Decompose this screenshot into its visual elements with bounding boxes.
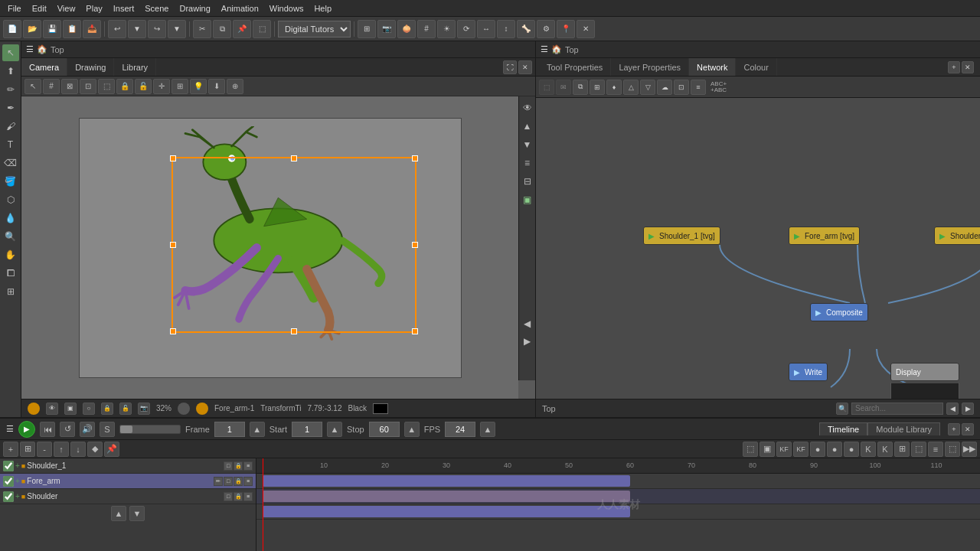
menu-windows[interactable]: Windows bbox=[265, 2, 309, 15]
net-tb-4[interactable]: ⊞ bbox=[590, 80, 605, 95]
layer3-icon[interactable]: ≡ bbox=[519, 155, 536, 171]
save-button[interactable]: 💾 bbox=[43, 20, 61, 38]
scroll-left[interactable]: ◀ bbox=[518, 315, 535, 332]
l2-btn1[interactable]: ✏ bbox=[214, 477, 223, 486]
layer-scroll-down[interactable]: ▼ bbox=[129, 506, 145, 521]
l1-btn3[interactable]: ≡ bbox=[243, 461, 253, 471]
sound-btn[interactable]: 🔊 bbox=[80, 422, 95, 437]
flip-h-button[interactable]: ↔ bbox=[477, 20, 495, 38]
text-tool[interactable]: T bbox=[2, 136, 19, 153]
fps-spin[interactable]: ▲ bbox=[480, 422, 495, 437]
tl-rt-5[interactable]: ● bbox=[844, 442, 859, 457]
net-tb-8[interactable]: ☁ bbox=[657, 80, 672, 95]
brush-tool[interactable]: 🖌 bbox=[2, 118, 19, 135]
layer-expand-shoulder[interactable]: + bbox=[15, 492, 20, 500]
drawing-mode-icon[interactable] bbox=[178, 403, 190, 415]
frame-spin-up[interactable]: ▲ bbox=[250, 422, 265, 437]
play-button[interactable]: ▶ bbox=[18, 421, 35, 438]
vp-onion-btn[interactable]: ⊠ bbox=[61, 79, 78, 94]
tab-library[interactable]: Library bbox=[114, 58, 156, 76]
home-icon[interactable]: 🏠 bbox=[37, 44, 47, 54]
pencil-tool[interactable]: ✒ bbox=[2, 99, 19, 116]
rp-breadcrumb[interactable]: Top bbox=[565, 45, 579, 54]
l3-btn3[interactable]: ≡ bbox=[243, 492, 253, 501]
l2-btn3[interactable]: 🔒 bbox=[234, 477, 243, 486]
net-tb-9[interactable]: ⊡ bbox=[674, 80, 689, 95]
onion-button[interactable]: 🧅 bbox=[397, 20, 416, 38]
rp-next-btn[interactable]: ▶ bbox=[962, 403, 974, 415]
menu-play[interactable]: Play bbox=[81, 2, 106, 15]
menu-scene[interactable]: Scene bbox=[140, 2, 173, 15]
start-spin[interactable]: ▲ bbox=[327, 422, 342, 437]
hand-tool[interactable]: ✋ bbox=[2, 246, 19, 263]
record-btn[interactable]: S bbox=[100, 422, 115, 437]
redo-dropdown[interactable]: ▼ bbox=[168, 20, 186, 38]
l2-btn4[interactable]: ≡ bbox=[243, 477, 253, 486]
status-rect[interactable]: ▣ bbox=[64, 403, 77, 415]
menu-edit[interactable]: Edit bbox=[28, 2, 51, 15]
layer-expand-shoulder1[interactable]: + bbox=[15, 461, 20, 470]
paint-tool[interactable]: 🪣 bbox=[2, 173, 19, 190]
tab-tool-properties[interactable]: Tool Properties bbox=[539, 58, 611, 76]
rp-prev-btn[interactable]: ◀ bbox=[946, 403, 959, 415]
tl-rt-6[interactable]: K bbox=[861, 442, 876, 457]
node-display[interactable]: Display bbox=[890, 363, 959, 381]
network-canvas[interactable]: ▶ Shoulder_1 [tvg] ▶ Fore_arm [tvg] ▶ Sh… bbox=[536, 98, 980, 399]
menu-help[interactable]: Help bbox=[309, 2, 336, 15]
tl-rt-3[interactable]: ● bbox=[810, 442, 825, 457]
bone-button[interactable]: 🦴 bbox=[517, 20, 535, 38]
vp-magnet-btn[interactable]: ⬚ bbox=[98, 79, 115, 94]
vp-bone-btn[interactable]: ⊕ bbox=[227, 79, 243, 94]
layer-up-icon[interactable]: ▲ bbox=[519, 118, 536, 135]
select-tool[interactable]: ↖ bbox=[2, 44, 19, 61]
tab-timeline[interactable]: Timeline bbox=[819, 422, 867, 435]
color-icon[interactable]: ▣ bbox=[519, 191, 536, 208]
flip-v-button[interactable]: ↕ bbox=[497, 20, 515, 38]
node-shoulder[interactable]: ▶ Shoulder [tvg] bbox=[934, 227, 980, 245]
layer-scroll-up[interactable]: ▲ bbox=[111, 506, 126, 521]
track-shoulder[interactable] bbox=[256, 504, 980, 520]
tl-rt-10[interactable]: ≡ bbox=[928, 442, 943, 457]
group-tool[interactable]: ⊞ bbox=[2, 283, 19, 300]
node-forearm[interactable]: ▶ Fore_arm [tvg] bbox=[789, 227, 860, 245]
deselect-button[interactable]: ⬚ bbox=[253, 20, 271, 38]
layer-vis-shoulder[interactable] bbox=[3, 491, 14, 502]
net-tb-3[interactable]: ⧉ bbox=[573, 80, 588, 95]
shape-tool[interactable]: ⬡ bbox=[2, 191, 19, 208]
add-key-btn[interactable]: ◆ bbox=[87, 442, 103, 457]
loop-btn[interactable]: ↺ bbox=[60, 422, 75, 437]
preset-dropdown[interactable]: Digital Tutors bbox=[278, 21, 351, 37]
ik-button[interactable]: ⚙ bbox=[537, 20, 555, 38]
net-tb-6[interactable]: △ bbox=[623, 80, 639, 95]
track-forearm[interactable] bbox=[256, 489, 980, 504]
vp-light-btn[interactable]: 💡 bbox=[190, 79, 207, 94]
tl-rt-4[interactable]: ● bbox=[827, 442, 842, 457]
status-cam[interactable]: 📷 bbox=[138, 403, 150, 415]
tab-drawing[interactable]: Drawing bbox=[67, 58, 114, 76]
node-write[interactable]: ▶ Write bbox=[789, 363, 828, 381]
transform-button[interactable]: ⊞ bbox=[358, 20, 376, 38]
redo-button[interactable]: ↪ bbox=[148, 20, 166, 38]
contour-tool[interactable]: ✏ bbox=[2, 81, 19, 98]
rot-button[interactable]: ⟳ bbox=[457, 20, 475, 38]
transform3d-tool[interactable]: ⧠ bbox=[2, 265, 19, 282]
layer-row-forearm[interactable]: + ■ Fore_arm ✏ □ 🔒 ≡ bbox=[0, 474, 256, 489]
rp-close-btn[interactable]: ✕ bbox=[962, 61, 974, 73]
prev-frame-btn[interactable]: ⏮ bbox=[40, 422, 55, 437]
paste-button[interactable]: 📌 bbox=[233, 20, 251, 38]
tl-rt-kf2[interactable]: KF bbox=[793, 442, 808, 457]
viewport-maximize[interactable]: ⛶ bbox=[503, 60, 517, 74]
status-circ[interactable]: ○ bbox=[83, 403, 95, 415]
arrow-tool[interactable]: ⬆ bbox=[2, 63, 19, 80]
net-tb-1[interactable]: ⬚ bbox=[539, 80, 554, 95]
layer-vis-shoulder1[interactable] bbox=[3, 461, 14, 471]
tl-rt-9[interactable]: ⬚ bbox=[911, 442, 926, 457]
tl-add-btn[interactable]: + bbox=[948, 423, 960, 435]
add-layer-btn[interactable]: + bbox=[3, 442, 18, 457]
net-tb-2[interactable]: ✉ bbox=[556, 80, 571, 95]
tab-camera[interactable]: Camera bbox=[21, 58, 67, 76]
layer-expand-forearm[interactable]: + bbox=[15, 477, 20, 485]
l1-btn1[interactable]: □ bbox=[224, 461, 233, 471]
status-lock[interactable]: 🔒 bbox=[101, 403, 113, 415]
hamburger-icon[interactable]: ☰ bbox=[26, 44, 34, 54]
